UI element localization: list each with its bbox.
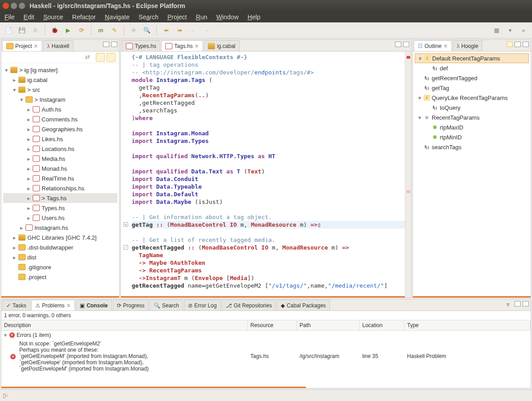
tree-row[interactable]: ▾> src bbox=[3, 85, 117, 95]
menu-window[interactable]: Window bbox=[216, 13, 239, 21]
m-icon[interactable]: m bbox=[96, 26, 106, 35]
tab-progress[interactable]: ⟳Progress bbox=[113, 300, 149, 310]
col-type[interactable]: Type bbox=[404, 320, 531, 330]
tree-row[interactable]: .gitignore bbox=[3, 262, 117, 272]
col-location[interactable]: Location bbox=[360, 320, 404, 330]
view-menu-icon[interactable] bbox=[107, 53, 116, 62]
outline-item[interactable]: f(.)getRecentTagged bbox=[415, 73, 529, 83]
quick-access-icon[interactable]: » bbox=[519, 26, 528, 35]
menu-source[interactable]: Source bbox=[43, 13, 63, 21]
sort-icon[interactable] bbox=[506, 42, 513, 47]
tree-row[interactable]: ▸RealTime.hs bbox=[3, 173, 117, 183]
tab-git[interactable]: ⎇Git Repositories bbox=[222, 300, 276, 310]
outline-item[interactable]: ▾≡RecentTagParams bbox=[415, 112, 529, 122]
tab-outline[interactable]: ☷ Outline ✕ bbox=[414, 40, 452, 51]
tree-row[interactable]: ▾> ig [ig master] bbox=[3, 65, 117, 75]
new-icon[interactable]: 📄 bbox=[4, 26, 13, 35]
minimize-icon[interactable] bbox=[11, 3, 17, 9]
tab-tasks[interactable]: ✓Tasks bbox=[2, 300, 30, 310]
tree-row[interactable]: ▸ig.cabal bbox=[3, 75, 117, 85]
col-path[interactable]: Path bbox=[297, 320, 360, 330]
tab-project[interactable]: Project ✕ bbox=[2, 40, 42, 51]
close-tab-icon[interactable]: ✕ bbox=[194, 43, 199, 49]
fwd-icon[interactable]: → bbox=[202, 26, 211, 35]
wand-icon[interactable]: ✎ bbox=[109, 26, 119, 35]
back-icon[interactable]: ← bbox=[188, 26, 198, 35]
outline-item[interactable]: rtpMinID bbox=[415, 132, 529, 142]
outline-item[interactable]: f(.)searchTags bbox=[415, 142, 529, 152]
tree-row[interactable]: ▸Media.hs bbox=[3, 154, 117, 164]
tree-row[interactable]: ▸Auth.hs bbox=[3, 104, 117, 114]
tree-row[interactable]: ▸Likes.hs bbox=[3, 134, 117, 144]
minimize-view-icon[interactable] bbox=[515, 301, 521, 306]
minimize-view-icon[interactable] bbox=[395, 42, 401, 47]
outline-item[interactable]: ▾iQueryLike RecentTagParams bbox=[415, 93, 529, 103]
tree-row[interactable]: ▸GHC Libraries [GHC 7.4.2] bbox=[3, 233, 117, 242]
run-last-icon[interactable]: ⟳ bbox=[77, 26, 86, 35]
outline-item[interactable]: rtpMaxID bbox=[415, 122, 529, 132]
outline-item[interactable]: f(.)def bbox=[415, 63, 529, 73]
run-icon[interactable]: ▶ bbox=[63, 26, 73, 35]
tree-row[interactable]: ▸Types.hs bbox=[3, 203, 117, 213]
problem-row[interactable]: ✕ Not in scope: `getGetEnvelopeM2' Perha… bbox=[1, 340, 531, 373]
maximize-view-icon[interactable] bbox=[111, 42, 117, 47]
cut-icon[interactable]: ✥ bbox=[129, 26, 138, 35]
menu-navigate[interactable]: Navigate bbox=[105, 13, 129, 21]
close-tab-icon[interactable]: ✕ bbox=[34, 43, 38, 49]
perspective-icon[interactable]: ▦ bbox=[492, 26, 502, 35]
tab-problems[interactable]: ⚠Problems ✕ bbox=[31, 300, 75, 310]
maximize-view-icon[interactable] bbox=[523, 42, 529, 47]
menu-refactor[interactable]: Refactor bbox=[72, 13, 96, 21]
tab-types[interactable]: Types.hs bbox=[122, 40, 160, 51]
tab-haskell[interactable]: λ Haskell bbox=[43, 40, 73, 51]
code-editor[interactable]: {-# LANGUAGE FlexibleContexts #-}-- | ta… bbox=[121, 52, 411, 296]
tab-console[interactable]: ▣Console bbox=[76, 300, 112, 310]
tab-hoogle[interactable]: λ Hoogle bbox=[453, 40, 482, 51]
project-tree[interactable]: ▾> ig [ig master]▸ig.cabal▾> src▾> Insta… bbox=[1, 63, 119, 296]
link-editor-icon[interactable]: ⇄ bbox=[85, 54, 94, 60]
menu-run[interactable]: Run bbox=[196, 13, 207, 21]
maximize-view-icon[interactable] bbox=[403, 42, 409, 47]
tab-cabal[interactable]: ◆Cabal Packages bbox=[277, 300, 330, 310]
tree-row[interactable]: ▸Locations.hs bbox=[3, 144, 117, 154]
show-view-icon[interactable]: ▯▫ bbox=[3, 392, 8, 399]
tree-row[interactable]: ▸> Tags.hs bbox=[3, 193, 117, 203]
tree-row[interactable]: ▸Relationships.hs bbox=[3, 183, 117, 193]
save-icon[interactable]: 💾 bbox=[17, 26, 27, 35]
error-group-row[interactable]: ▾ ✕ Errors (1 item) bbox=[1, 331, 531, 340]
tree-row[interactable]: ▸Geographies.hs bbox=[3, 124, 117, 134]
menu-project[interactable]: Project bbox=[167, 13, 187, 21]
col-resource[interactable]: Resource bbox=[248, 320, 297, 330]
problems-table[interactable]: ▾ ✕ Errors (1 item) ✕ Not in scope: `get… bbox=[1, 331, 531, 387]
outline-tree[interactable]: ▾iDefault RecentTagParamsf(.)deff(.)getR… bbox=[413, 52, 531, 296]
minimize-view-icon[interactable] bbox=[103, 42, 109, 47]
tree-row[interactable]: ▸dist bbox=[3, 252, 117, 262]
close-tab-icon[interactable]: ✕ bbox=[443, 43, 448, 49]
overview-ruler[interactable] bbox=[405, 52, 411, 298]
menu-search[interactable]: Search bbox=[138, 13, 158, 21]
tab-cabal[interactable]: ig.cabal bbox=[204, 40, 239, 51]
tab-tags[interactable]: Tags.hs ✕ bbox=[161, 40, 203, 51]
debug-icon[interactable]: 🐞 bbox=[50, 26, 60, 35]
minimize-view-icon[interactable] bbox=[515, 42, 521, 47]
tree-row[interactable]: .project bbox=[3, 272, 117, 282]
save-all-icon[interactable]: 🗎 bbox=[30, 26, 40, 35]
menu-help[interactable]: Help bbox=[248, 13, 261, 21]
tree-row[interactable]: ▸Comments.hs bbox=[3, 114, 117, 124]
tree-row[interactable]: ▸Instagram.hs bbox=[3, 223, 117, 233]
tree-row[interactable]: ▸Users.hs bbox=[3, 213, 117, 223]
tab-search[interactable]: 🔍Search bbox=[150, 300, 183, 310]
close-icon[interactable] bbox=[3, 3, 9, 9]
collapse-all-icon[interactable] bbox=[96, 53, 105, 62]
maximize-view-icon[interactable] bbox=[523, 301, 529, 306]
nav-fwd-icon[interactable]: ➡ bbox=[175, 26, 184, 35]
view-menu-icon[interactable]: ▿ bbox=[506, 301, 513, 306]
close-tab-icon[interactable]: ✕ bbox=[66, 302, 71, 309]
outline-item[interactable]: f(.)toQuery bbox=[415, 103, 529, 112]
tree-row[interactable]: ▸Monad.hs bbox=[3, 164, 117, 173]
menu-edit[interactable]: Edit bbox=[24, 13, 34, 21]
outline-item[interactable]: f(.)getTag bbox=[415, 83, 529, 93]
tab-errorlog[interactable]: ⊘Error Log bbox=[184, 300, 221, 310]
tree-row[interactable]: ▸.dist-buildwrapper bbox=[3, 242, 117, 252]
maximize-icon[interactable] bbox=[19, 3, 25, 9]
